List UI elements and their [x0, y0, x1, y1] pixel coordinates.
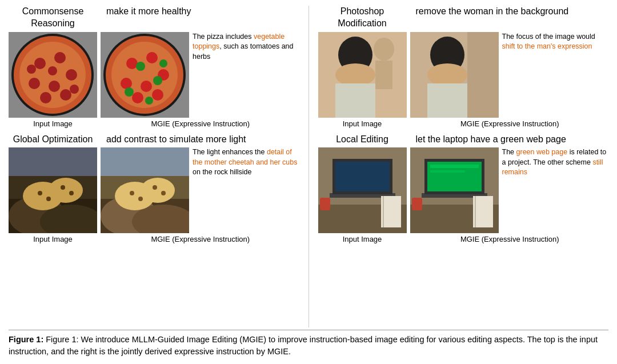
- svg-rect-78: [412, 198, 422, 210]
- local-label: Local Editing: [336, 134, 388, 146]
- main-content: Commonsense Reasoning make it more healt…: [9, 6, 608, 358]
- label-photoshop: Photoshop Modification: [318, 6, 407, 30]
- right-top-headers: Photoshop Modification remove the woman …: [318, 6, 609, 30]
- right-top-images: The focus of the image would shift to th…: [318, 32, 609, 118]
- cheetah-dark-svg: [9, 147, 97, 233]
- label-green-page: let the laptop have a green web page: [411, 134, 609, 146]
- left-bottom-bottom-labels: Input Image MGIE (Expressive Instruction…: [9, 235, 299, 243]
- svg-rect-52: [375, 61, 392, 89]
- label-global: Global Optimization: [9, 134, 97, 146]
- svg-point-3: [34, 58, 46, 69]
- figure-number: Figure 1:: [9, 335, 43, 344]
- pizza-veggie-image: [101, 32, 189, 118]
- laptop-dark-svg: [318, 147, 407, 233]
- green-page-label: let the laptop have a green web page: [416, 134, 566, 146]
- cheetah-light-svg: [101, 147, 189, 233]
- pizza-input-image: [9, 32, 97, 118]
- svg-point-24: [153, 76, 162, 85]
- right-top-bottom-labels: Input Image MGIE (Expressive Instruction…: [318, 119, 609, 128]
- right-bottom-images: The green web page is related to a proje…: [318, 147, 609, 233]
- svg-point-37: [69, 191, 74, 195]
- left-top-bottom-labels: Input Image MGIE (Expressive Instruction…: [9, 119, 299, 128]
- caption-prefix: The pizza includes: [193, 33, 254, 41]
- svg-point-33: [49, 178, 83, 203]
- svg-point-47: [153, 185, 157, 190]
- label-healthy: make it more healthy: [102, 6, 299, 30]
- svg-point-4: [54, 52, 66, 63]
- pizza-veggie-svg: [101, 32, 189, 118]
- svg-rect-67: [383, 196, 384, 227]
- left-top-caption: The pizza includes vegetable toppings, s…: [193, 32, 299, 62]
- left-bottom-group: Global Optimization add contrast to simu…: [9, 134, 299, 246]
- svg-point-6: [49, 81, 60, 92]
- cheetah-prefix: The light enhances the: [193, 148, 267, 156]
- svg-point-26: [145, 97, 153, 105]
- figure-caption-area: Figure 1: Figure 1: We introduce MLLM-Gu…: [9, 330, 608, 359]
- svg-point-35: [46, 197, 51, 201]
- mgie-label-3: MGIE (Expressive Instruction): [411, 119, 609, 128]
- vertical-divider: [308, 6, 309, 327]
- face2-svg: [410, 32, 499, 118]
- laptop-green-image: [410, 147, 499, 233]
- svg-point-34: [38, 191, 42, 195]
- mgie-label-2: MGIE (Expressive Instruction): [102, 235, 299, 243]
- input-image-label-1: Input Image: [9, 119, 97, 128]
- left-top-group: Commonsense Reasoning make it more healt…: [9, 6, 299, 130]
- left-top-images: The pizza includes vegetable toppings, s…: [9, 32, 299, 118]
- laptop-prefix: The: [502, 148, 516, 156]
- figure-caption-text: Figure 1: Figure 1: We introduce MLLM-Gu…: [9, 335, 598, 357]
- photoshop-label: Photoshop Modification: [318, 6, 407, 30]
- left-top-headers: Commonsense Reasoning make it more healt…: [9, 6, 299, 30]
- svg-point-10: [48, 66, 57, 75]
- face-prefix: The focus of the image would: [502, 33, 595, 41]
- svg-rect-68: [320, 198, 330, 210]
- laptop-highlight1: green web page: [516, 148, 568, 156]
- healthy-label: make it more healthy: [106, 6, 191, 18]
- pizza-plain-svg: [9, 32, 97, 118]
- svg-rect-49: [101, 147, 189, 176]
- svg-point-45: [130, 191, 134, 195]
- cheetah-dark-image: [9, 147, 97, 233]
- face1-svg: [318, 32, 407, 118]
- contrast-label: add contrast to simulate more light: [106, 134, 246, 146]
- right-top-group: Photoshop Modification remove the woman …: [318, 6, 609, 130]
- svg-point-17: [146, 52, 158, 63]
- laptop-dark-image: [318, 147, 407, 233]
- input-image-label-3: Input Image: [318, 119, 407, 128]
- svg-rect-57: [467, 32, 499, 118]
- svg-point-11: [27, 65, 36, 74]
- face1-image: [318, 32, 407, 118]
- right-bottom-caption: The green web page is related to a proje…: [502, 147, 609, 178]
- svg-point-23: [136, 62, 145, 71]
- svg-point-12: [70, 85, 79, 94]
- svg-point-51: [374, 38, 394, 61]
- svg-point-27: [159, 59, 167, 67]
- left-bottom-headers: Global Optimization add contrast to simu…: [9, 134, 299, 146]
- right-top-caption: The focus of the image would shift to th…: [502, 32, 609, 52]
- svg-point-59: [427, 63, 467, 86]
- svg-point-48: [161, 191, 166, 195]
- svg-rect-76: [473, 196, 493, 227]
- svg-point-36: [61, 185, 65, 190]
- commonsense-label: Commonsense Reasoning: [9, 6, 97, 30]
- label-contrast: add contrast to simulate more light: [102, 134, 299, 146]
- cheetah-light-image: [101, 147, 189, 233]
- svg-point-22: [152, 89, 163, 101]
- face2-image: [410, 32, 499, 118]
- label-remove-woman: remove the woman in the background: [411, 6, 609, 30]
- svg-rect-75: [430, 170, 464, 173]
- mgie-label-4: MGIE (Expressive Instruction): [411, 235, 609, 243]
- svg-point-46: [138, 197, 143, 201]
- svg-rect-55: [335, 83, 375, 118]
- input-image-label-2: Input Image: [9, 235, 97, 243]
- laptop-green-svg: [410, 147, 499, 233]
- cheetah-suffix: on the rock hillside: [193, 168, 252, 176]
- figure-caption-body: Figure 1: We introduce MLLM-Guided Image…: [9, 335, 598, 357]
- svg-point-19: [141, 81, 152, 92]
- svg-point-25: [125, 87, 134, 97]
- svg-point-44: [141, 178, 175, 203]
- svg-rect-77: [475, 196, 476, 227]
- right-half: Photoshop Modification remove the woman …: [314, 6, 609, 327]
- svg-point-5: [29, 78, 40, 89]
- svg-rect-65: [335, 162, 390, 191]
